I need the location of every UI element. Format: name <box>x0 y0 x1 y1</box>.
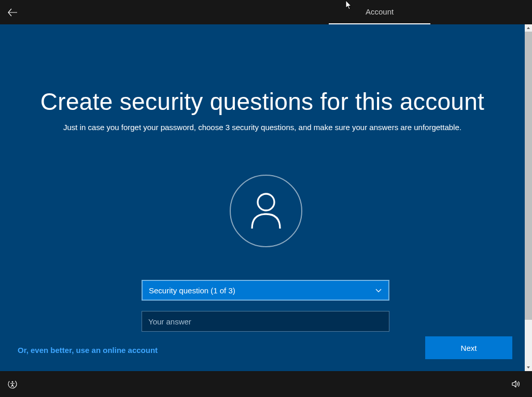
scroll-up-icon[interactable] <box>525 24 532 32</box>
ease-of-access-button[interactable] <box>0 371 24 397</box>
page-title: Create security questions for this accou… <box>0 24 525 116</box>
chevron-down-icon <box>375 287 382 294</box>
volume-icon <box>511 379 521 389</box>
scrollbar-thumb[interactable] <box>525 32 532 320</box>
top-bar: Account <box>0 0 532 24</box>
user-icon <box>249 192 283 230</box>
back-button[interactable] <box>0 0 24 24</box>
scroll-down-icon[interactable] <box>525 364 532 371</box>
avatar <box>230 175 302 247</box>
scrollbar[interactable] <box>525 24 532 371</box>
next-button[interactable]: Next <box>425 336 512 359</box>
page-subtitle: Just in case you forget your password, c… <box>0 123 525 132</box>
answer-input[interactable] <box>142 311 389 332</box>
arrow-left-icon <box>7 7 18 18</box>
svg-point-0 <box>258 194 274 210</box>
ease-of-access-icon <box>7 379 18 389</box>
svg-point-2 <box>11 381 13 383</box>
security-question-label: Security question (1 of 3) <box>149 286 235 295</box>
step-label: Account <box>366 7 394 16</box>
security-question-select[interactable]: Security question (1 of 3) <box>142 280 389 301</box>
online-account-link[interactable]: Or, even better, use an online account <box>18 346 158 355</box>
main-area: Create security questions for this accou… <box>0 24 532 371</box>
bottom-bar <box>0 371 532 397</box>
volume-button[interactable] <box>503 371 528 397</box>
content-inner: Create security questions for this accou… <box>0 24 525 371</box>
